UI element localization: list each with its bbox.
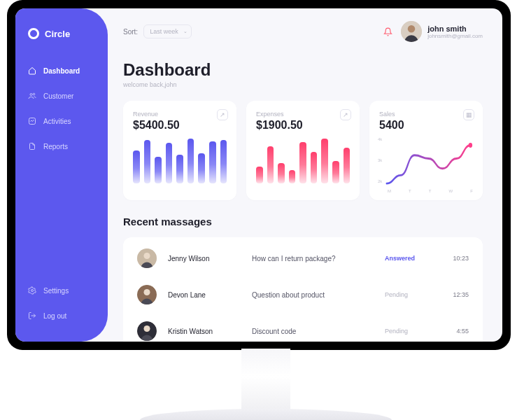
message-row[interactable]: Devon LaneQuestion about productPending1… — [137, 276, 469, 313]
chart-bar — [289, 170, 296, 183]
user-info: john smith johnsmith@gmail.com — [427, 24, 483, 39]
sidebar-item-dashboard[interactable]: Dashboard — [15, 60, 108, 81]
chart-bar — [321, 139, 328, 183]
axis-tick: M — [388, 189, 391, 193]
sales-x-axis: MTTWF — [388, 189, 473, 193]
share-icon: ↗ — [220, 112, 225, 118]
card-revenue-label: Revenue — [133, 111, 227, 118]
grid-icon: ▦ — [466, 112, 472, 118]
settings-icon — [28, 286, 36, 295]
sidebar-item-label: Customer — [43, 92, 73, 100]
card-expenses-value: $1900.50 — [256, 119, 350, 132]
chart-bar — [278, 163, 285, 183]
users-icon — [28, 92, 36, 100]
axis-tick: 2k — [378, 179, 382, 183]
messages-section-title: Recent massages — [123, 216, 483, 227]
message-row[interactable]: Kristin WatsonDiscount codePending4:55 — [137, 313, 469, 342]
message-subject: Discount code — [252, 328, 385, 335]
page-subtitle: welcome back,john — [123, 81, 483, 88]
axis-tick: 3k — [378, 158, 382, 162]
page-header: Dashboard welcome back,john — [123, 60, 483, 88]
card-revenue-action[interactable]: ↗ — [217, 109, 228, 120]
topbar: Sort: Last week ⌄ john — [123, 21, 483, 42]
chart-bar — [176, 155, 183, 183]
axis-tick: F — [470, 189, 473, 193]
message-avatar — [137, 285, 157, 304]
sidebar-item-log-out[interactable]: Log out — [15, 305, 108, 326]
monitor-stand-neck — [241, 349, 290, 419]
message-status: Pending — [385, 291, 441, 298]
user-avatar — [401, 21, 422, 42]
svg-point-1 — [33, 93, 35, 95]
message-sender: Kristin Watson — [168, 328, 252, 335]
share-icon: ↗ — [343, 112, 348, 118]
axis-tick: W — [449, 189, 453, 193]
card-revenue: ↗ Revenue $5400.50 — [123, 101, 236, 200]
svg-point-12 — [143, 326, 150, 332]
message-status: Pending — [385, 328, 441, 335]
chart-bar — [198, 153, 205, 183]
brand[interactable]: Circle — [15, 28, 108, 60]
message-time: 10:23 — [441, 255, 469, 262]
bell-icon — [383, 27, 392, 36]
user-name: john smith — [427, 24, 483, 33]
message-status: Answered — [385, 255, 441, 262]
activity-icon — [28, 117, 36, 125]
card-sales-label: Sales — [379, 111, 473, 118]
main-content: Sort: Last week ⌄ john — [108, 8, 502, 342]
sidebar-item-label: Dashboard — [43, 67, 80, 75]
revenue-bar-chart — [133, 139, 227, 183]
notification-button[interactable] — [383, 27, 392, 36]
sort-select[interactable]: Last week ⌄ — [143, 24, 192, 38]
chart-bar — [166, 143, 173, 183]
user-menu[interactable]: john smith johnsmith@gmail.com — [401, 21, 483, 42]
monitor-frame: Circle DashboardCustomerActivitiesReport… — [7, 0, 511, 350]
sidebar-item-activities[interactable]: Activities — [15, 111, 108, 132]
message-subject: Question about product — [252, 291, 385, 299]
monitor-stand-base — [140, 409, 392, 420]
svg-point-8 — [143, 253, 150, 259]
axis-tick: T — [409, 189, 411, 193]
expenses-bar-chart — [256, 139, 350, 183]
app-screen: Circle DashboardCustomerActivitiesReport… — [15, 8, 502, 342]
svg-point-0 — [30, 94, 32, 96]
sidebar-item-reports[interactable]: Reports — [15, 136, 108, 157]
chevron-down-icon: ⌄ — [183, 29, 187, 34]
page-title: Dashboard — [123, 60, 483, 80]
sidebar-item-label: Activities — [43, 118, 71, 125]
chart-bar — [209, 141, 216, 183]
sidebar-item-label: Settings — [43, 287, 69, 295]
messages-table: Jenny WilsonHow can I return package?Ans… — [123, 237, 483, 342]
chart-bar — [144, 140, 151, 183]
sidebar-item-settings[interactable]: Settings — [15, 280, 108, 301]
stat-cards: ↗ Revenue $5400.50 ↗ Expenses $1900.50 ▦… — [123, 101, 483, 200]
message-sender: Jenny Wilson — [168, 255, 252, 262]
axis-tick: 4k — [378, 137, 382, 141]
sort-label: Sort: — [123, 28, 138, 36]
message-avatar — [137, 248, 157, 268]
svg-point-3 — [31, 290, 34, 292]
axis-tick: T — [429, 189, 432, 193]
sidebar-item-customer[interactable]: Customer — [15, 85, 108, 106]
chart-bar — [256, 167, 263, 183]
logout-icon — [28, 312, 36, 320]
brand-name: Circle — [45, 29, 70, 39]
card-sales-action[interactable]: ▦ — [463, 109, 474, 120]
home-icon — [28, 66, 36, 75]
card-expenses: ↗ Expenses $1900.50 — [246, 101, 360, 200]
message-subject: How can I return package? — [252, 255, 385, 262]
sidebar: Circle DashboardCustomerActivitiesReport… — [15, 8, 108, 342]
sidebar-nav-primary: DashboardCustomerActivitiesReports — [15, 60, 108, 157]
sidebar-nav-secondary: SettingsLog out — [15, 280, 108, 326]
chart-bar — [187, 139, 194, 183]
message-sender: Devon Lane — [168, 291, 252, 299]
message-row[interactable]: Jenny WilsonHow can I return package?Ans… — [137, 240, 469, 276]
card-expenses-action[interactable]: ↗ — [340, 109, 351, 120]
chart-bar — [332, 161, 339, 183]
card-sales-value: 5400 — [379, 119, 473, 132]
sort-value: Last week — [150, 28, 178, 35]
sidebar-item-label: Log out — [43, 312, 66, 320]
svg-point-6 — [469, 143, 472, 148]
circle-logo-icon — [28, 28, 39, 39]
chart-bar — [155, 157, 162, 183]
